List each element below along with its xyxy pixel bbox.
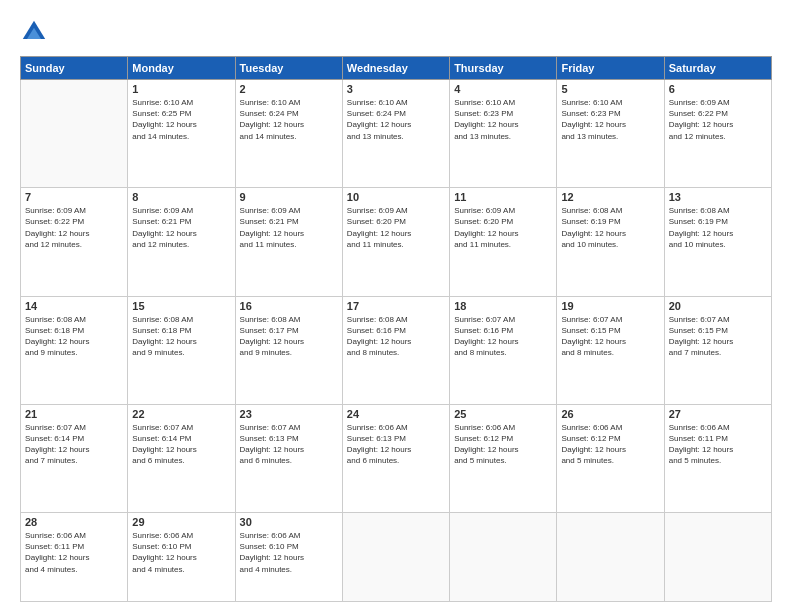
table-row: 3Sunrise: 6:10 AMSunset: 6:24 PMDaylight… bbox=[342, 80, 449, 188]
day-number: 28 bbox=[25, 516, 123, 528]
day-info: Sunrise: 6:07 AMSunset: 6:15 PMDaylight:… bbox=[669, 314, 767, 359]
day-number: 10 bbox=[347, 191, 445, 203]
day-number: 4 bbox=[454, 83, 552, 95]
header-sunday: Sunday bbox=[21, 57, 128, 80]
table-row bbox=[342, 513, 449, 602]
day-number: 12 bbox=[561, 191, 659, 203]
day-info: Sunrise: 6:08 AMSunset: 6:19 PMDaylight:… bbox=[561, 205, 659, 250]
day-info: Sunrise: 6:09 AMSunset: 6:21 PMDaylight:… bbox=[240, 205, 338, 250]
day-info: Sunrise: 6:07 AMSunset: 6:15 PMDaylight:… bbox=[561, 314, 659, 359]
day-number: 7 bbox=[25, 191, 123, 203]
table-row: 25Sunrise: 6:06 AMSunset: 6:12 PMDayligh… bbox=[450, 404, 557, 512]
day-number: 19 bbox=[561, 300, 659, 312]
table-row: 10Sunrise: 6:09 AMSunset: 6:20 PMDayligh… bbox=[342, 188, 449, 296]
day-number: 13 bbox=[669, 191, 767, 203]
day-number: 22 bbox=[132, 408, 230, 420]
table-row: 1Sunrise: 6:10 AMSunset: 6:25 PMDaylight… bbox=[128, 80, 235, 188]
day-number: 27 bbox=[669, 408, 767, 420]
day-number: 14 bbox=[25, 300, 123, 312]
table-row: 21Sunrise: 6:07 AMSunset: 6:14 PMDayligh… bbox=[21, 404, 128, 512]
header-thursday: Thursday bbox=[450, 57, 557, 80]
table-row: 6Sunrise: 6:09 AMSunset: 6:22 PMDaylight… bbox=[664, 80, 771, 188]
day-number: 2 bbox=[240, 83, 338, 95]
day-info: Sunrise: 6:08 AMSunset: 6:17 PMDaylight:… bbox=[240, 314, 338, 359]
table-row bbox=[450, 513, 557, 602]
header-monday: Monday bbox=[128, 57, 235, 80]
day-number: 1 bbox=[132, 83, 230, 95]
table-row: 7Sunrise: 6:09 AMSunset: 6:22 PMDaylight… bbox=[21, 188, 128, 296]
logo bbox=[20, 18, 52, 46]
table-row: 28Sunrise: 6:06 AMSunset: 6:11 PMDayligh… bbox=[21, 513, 128, 602]
table-row: 30Sunrise: 6:06 AMSunset: 6:10 PMDayligh… bbox=[235, 513, 342, 602]
header bbox=[20, 18, 772, 46]
calendar-body: 1Sunrise: 6:10 AMSunset: 6:25 PMDaylight… bbox=[21, 80, 772, 602]
table-row: 22Sunrise: 6:07 AMSunset: 6:14 PMDayligh… bbox=[128, 404, 235, 512]
table-row: 5Sunrise: 6:10 AMSunset: 6:23 PMDaylight… bbox=[557, 80, 664, 188]
day-info: Sunrise: 6:06 AMSunset: 6:12 PMDaylight:… bbox=[454, 422, 552, 467]
day-info: Sunrise: 6:08 AMSunset: 6:16 PMDaylight:… bbox=[347, 314, 445, 359]
day-info: Sunrise: 6:06 AMSunset: 6:11 PMDaylight:… bbox=[669, 422, 767, 467]
day-number: 23 bbox=[240, 408, 338, 420]
header-friday: Friday bbox=[557, 57, 664, 80]
day-info: Sunrise: 6:06 AMSunset: 6:13 PMDaylight:… bbox=[347, 422, 445, 467]
day-number: 3 bbox=[347, 83, 445, 95]
day-number: 26 bbox=[561, 408, 659, 420]
day-number: 17 bbox=[347, 300, 445, 312]
table-row: 13Sunrise: 6:08 AMSunset: 6:19 PMDayligh… bbox=[664, 188, 771, 296]
day-info: Sunrise: 6:10 AMSunset: 6:23 PMDaylight:… bbox=[454, 97, 552, 142]
day-number: 25 bbox=[454, 408, 552, 420]
day-info: Sunrise: 6:07 AMSunset: 6:14 PMDaylight:… bbox=[132, 422, 230, 467]
day-number: 30 bbox=[240, 516, 338, 528]
header-wednesday: Wednesday bbox=[342, 57, 449, 80]
day-info: Sunrise: 6:08 AMSunset: 6:18 PMDaylight:… bbox=[25, 314, 123, 359]
table-row: 15Sunrise: 6:08 AMSunset: 6:18 PMDayligh… bbox=[128, 296, 235, 404]
table-row bbox=[557, 513, 664, 602]
table-row: 8Sunrise: 6:09 AMSunset: 6:21 PMDaylight… bbox=[128, 188, 235, 296]
day-info: Sunrise: 6:06 AMSunset: 6:10 PMDaylight:… bbox=[240, 530, 338, 575]
day-number: 9 bbox=[240, 191, 338, 203]
day-info: Sunrise: 6:07 AMSunset: 6:14 PMDaylight:… bbox=[25, 422, 123, 467]
table-row: 2Sunrise: 6:10 AMSunset: 6:24 PMDaylight… bbox=[235, 80, 342, 188]
day-number: 21 bbox=[25, 408, 123, 420]
day-number: 18 bbox=[454, 300, 552, 312]
table-row: 23Sunrise: 6:07 AMSunset: 6:13 PMDayligh… bbox=[235, 404, 342, 512]
table-row: 12Sunrise: 6:08 AMSunset: 6:19 PMDayligh… bbox=[557, 188, 664, 296]
day-info: Sunrise: 6:09 AMSunset: 6:22 PMDaylight:… bbox=[669, 97, 767, 142]
table-row: 16Sunrise: 6:08 AMSunset: 6:17 PMDayligh… bbox=[235, 296, 342, 404]
day-number: 29 bbox=[132, 516, 230, 528]
table-row: 11Sunrise: 6:09 AMSunset: 6:20 PMDayligh… bbox=[450, 188, 557, 296]
table-row bbox=[664, 513, 771, 602]
table-row: 18Sunrise: 6:07 AMSunset: 6:16 PMDayligh… bbox=[450, 296, 557, 404]
day-info: Sunrise: 6:10 AMSunset: 6:24 PMDaylight:… bbox=[347, 97, 445, 142]
weekday-header-row: Sunday Monday Tuesday Wednesday Thursday… bbox=[21, 57, 772, 80]
day-info: Sunrise: 6:06 AMSunset: 6:10 PMDaylight:… bbox=[132, 530, 230, 575]
table-row: 27Sunrise: 6:06 AMSunset: 6:11 PMDayligh… bbox=[664, 404, 771, 512]
logo-icon bbox=[20, 18, 48, 46]
header-saturday: Saturday bbox=[664, 57, 771, 80]
day-info: Sunrise: 6:06 AMSunset: 6:11 PMDaylight:… bbox=[25, 530, 123, 575]
day-number: 6 bbox=[669, 83, 767, 95]
table-row: 14Sunrise: 6:08 AMSunset: 6:18 PMDayligh… bbox=[21, 296, 128, 404]
day-info: Sunrise: 6:07 AMSunset: 6:13 PMDaylight:… bbox=[240, 422, 338, 467]
day-info: Sunrise: 6:10 AMSunset: 6:25 PMDaylight:… bbox=[132, 97, 230, 142]
table-row: 24Sunrise: 6:06 AMSunset: 6:13 PMDayligh… bbox=[342, 404, 449, 512]
calendar: Sunday Monday Tuesday Wednesday Thursday… bbox=[20, 56, 772, 602]
day-info: Sunrise: 6:09 AMSunset: 6:21 PMDaylight:… bbox=[132, 205, 230, 250]
day-info: Sunrise: 6:07 AMSunset: 6:16 PMDaylight:… bbox=[454, 314, 552, 359]
day-number: 8 bbox=[132, 191, 230, 203]
day-number: 24 bbox=[347, 408, 445, 420]
day-number: 5 bbox=[561, 83, 659, 95]
day-info: Sunrise: 6:08 AMSunset: 6:19 PMDaylight:… bbox=[669, 205, 767, 250]
table-row: 20Sunrise: 6:07 AMSunset: 6:15 PMDayligh… bbox=[664, 296, 771, 404]
day-info: Sunrise: 6:10 AMSunset: 6:23 PMDaylight:… bbox=[561, 97, 659, 142]
page: Sunday Monday Tuesday Wednesday Thursday… bbox=[0, 0, 792, 612]
day-info: Sunrise: 6:09 AMSunset: 6:20 PMDaylight:… bbox=[454, 205, 552, 250]
table-row: 19Sunrise: 6:07 AMSunset: 6:15 PMDayligh… bbox=[557, 296, 664, 404]
day-number: 20 bbox=[669, 300, 767, 312]
table-row bbox=[21, 80, 128, 188]
day-info: Sunrise: 6:08 AMSunset: 6:18 PMDaylight:… bbox=[132, 314, 230, 359]
table-row: 4Sunrise: 6:10 AMSunset: 6:23 PMDaylight… bbox=[450, 80, 557, 188]
header-tuesday: Tuesday bbox=[235, 57, 342, 80]
day-info: Sunrise: 6:09 AMSunset: 6:22 PMDaylight:… bbox=[25, 205, 123, 250]
day-number: 15 bbox=[132, 300, 230, 312]
